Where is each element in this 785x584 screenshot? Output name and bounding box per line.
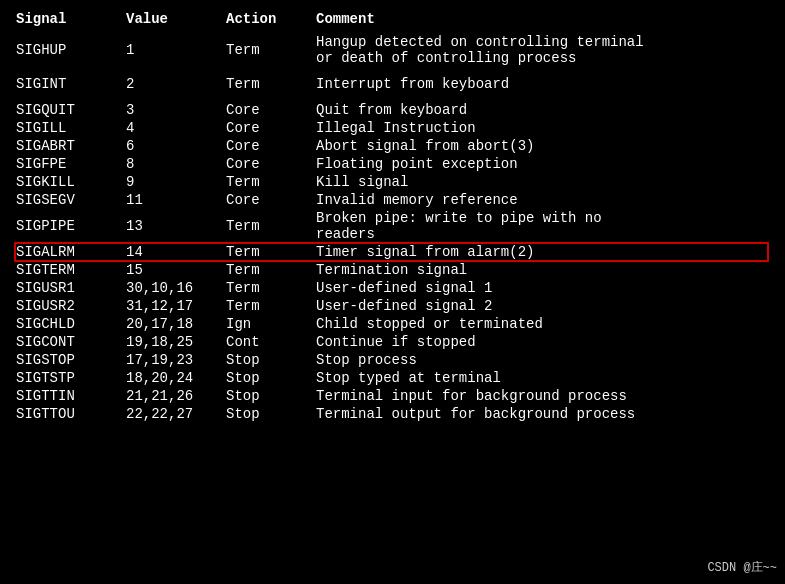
signal-action-sigusr1: Term: [226, 279, 316, 297]
signal-value-sigttou: 22,22,27: [126, 405, 226, 423]
table-row-sigquit: SIGQUIT3CoreQuit from keyboard: [16, 101, 769, 119]
signal-comment-sigquit: Quit from keyboard: [316, 101, 769, 119]
signal-name-sigquit: SIGQUIT: [16, 101, 126, 119]
signal-action-sigstop: Stop: [226, 351, 316, 369]
signal-action-sigkill: Term: [226, 173, 316, 191]
terminal-container: Signal Value Action Comment SIGHUP1TermH…: [0, 0, 785, 584]
signal-name-sigtstp: SIGTSTP: [16, 369, 126, 387]
signal-action-sigabrt: Core: [226, 137, 316, 155]
signal-name-sigpipe: SIGPIPE: [16, 209, 126, 243]
empty-spacer-row: [16, 67, 769, 75]
table-row-sigint: SIGINT2TermInterrupt from keyboard: [16, 75, 769, 93]
signal-comment-sigterm: Termination signal: [316, 261, 769, 279]
signal-comment-sigttou: Terminal output for background process: [316, 405, 769, 423]
signal-name-sigttin: SIGTTIN: [16, 387, 126, 405]
table-row-sigill: SIGILL4CoreIllegal Instruction: [16, 119, 769, 137]
signal-comment-sigpipe: Broken pipe: write to pipe with noreader…: [316, 209, 769, 243]
signal-comment-sigchld: Child stopped or terminated: [316, 315, 769, 333]
header-comment: Comment: [316, 10, 769, 33]
signal-action-sigterm: Term: [226, 261, 316, 279]
signal-action-sighup: Term: [226, 33, 316, 67]
signal-value-sigill: 4: [126, 119, 226, 137]
signal-name-sigterm: SIGTERM: [16, 261, 126, 279]
signal-action-sigusr2: Term: [226, 297, 316, 315]
signal-value-sigterm: 15: [126, 261, 226, 279]
signal-action-sigttin: Stop: [226, 387, 316, 405]
table-row-sigchld: SIGCHLD20,17,18IgnChild stopped or termi…: [16, 315, 769, 333]
signal-value-sigtstp: 18,20,24: [126, 369, 226, 387]
signal-value-sigpipe: 13: [126, 209, 226, 243]
signal-value-sigchld: 20,17,18: [126, 315, 226, 333]
signal-action-sigalrm: Term: [226, 243, 316, 261]
signal-comment-sigfpe: Floating point exception: [316, 155, 769, 173]
table-row-sigfpe: SIGFPE8CoreFloating point exception: [16, 155, 769, 173]
signal-name-sigint: SIGINT: [16, 75, 126, 93]
signal-action-sigpipe: Term: [226, 209, 316, 243]
table-row-sigttou: SIGTTOU22,22,27StopTerminal output for b…: [16, 405, 769, 423]
signal-value-sigkill: 9: [126, 173, 226, 191]
table-row-sigalrm: SIGALRM14TermTimer signal from alarm(2): [16, 243, 769, 261]
signal-name-sigusr1: SIGUSR1: [16, 279, 126, 297]
signal-value-sigusr1: 30,10,16: [126, 279, 226, 297]
signal-action-sigint: Term: [226, 75, 316, 93]
table-row-sighup: SIGHUP1TermHangup detected on controllin…: [16, 33, 769, 67]
signal-name-sigalrm: SIGALRM: [16, 243, 126, 261]
signal-comment-sigint: Interrupt from keyboard: [316, 75, 769, 93]
signal-value-sigsegv: 11: [126, 191, 226, 209]
table-row-sigabrt: SIGABRT6CoreAbort signal from abort(3): [16, 137, 769, 155]
table-header-row: Signal Value Action Comment: [16, 10, 769, 33]
table-row-sigusr2: SIGUSR231,12,17TermUser-defined signal 2: [16, 297, 769, 315]
table-row-sigstop: SIGSTOP17,19,23StopStop process: [16, 351, 769, 369]
signal-action-sigttou: Stop: [226, 405, 316, 423]
signal-name-sigcont: SIGCONT: [16, 333, 126, 351]
signal-value-sigusr2: 31,12,17: [126, 297, 226, 315]
signal-value-sigabrt: 6: [126, 137, 226, 155]
signal-name-sigkill: SIGKILL: [16, 173, 126, 191]
table-row-sigterm: SIGTERM15TermTermination signal: [16, 261, 769, 279]
table-row-sigkill: SIGKILL9TermKill signal: [16, 173, 769, 191]
signal-name-sigchld: SIGCHLD: [16, 315, 126, 333]
empty-spacer-row: [16, 93, 769, 101]
signal-value-sigttin: 21,21,26: [126, 387, 226, 405]
signal-value-sigalrm: 14: [126, 243, 226, 261]
signal-table: Signal Value Action Comment SIGHUP1TermH…: [16, 10, 769, 423]
signal-comment-sigusr2: User-defined signal 2: [316, 297, 769, 315]
signal-name-sigfpe: SIGFPE: [16, 155, 126, 173]
signal-comment-sighup: Hangup detected on controlling terminalo…: [316, 33, 769, 67]
signal-name-sigill: SIGILL: [16, 119, 126, 137]
signal-action-sigfpe: Core: [226, 155, 316, 173]
signal-name-sigstop: SIGSTOP: [16, 351, 126, 369]
signal-action-sigtstp: Stop: [226, 369, 316, 387]
signal-action-sigquit: Core: [226, 101, 316, 119]
signal-value-sighup: 1: [126, 33, 226, 67]
signal-comment-sigsegv: Invalid memory reference: [316, 191, 769, 209]
signal-comment-sigcont: Continue if stopped: [316, 333, 769, 351]
signal-value-sigquit: 3: [126, 101, 226, 119]
header-action: Action: [226, 10, 316, 33]
table-row-sigcont: SIGCONT19,18,25ContContinue if stopped: [16, 333, 769, 351]
watermark-text: CSDN @庄~~: [707, 559, 777, 576]
signal-value-sigfpe: 8: [126, 155, 226, 173]
signal-name-sigusr2: SIGUSR2: [16, 297, 126, 315]
table-row-sigpipe: SIGPIPE13TermBroken pipe: write to pipe …: [16, 209, 769, 243]
signal-value-sigint: 2: [126, 75, 226, 93]
signal-comment-sigabrt: Abort signal from abort(3): [316, 137, 769, 155]
signal-name-sighup: SIGHUP: [16, 33, 126, 67]
signal-action-sigchld: Ign: [226, 315, 316, 333]
signal-comment-sigusr1: User-defined signal 1: [316, 279, 769, 297]
signal-value-sigstop: 17,19,23: [126, 351, 226, 369]
signal-comment-sigstop: Stop process: [316, 351, 769, 369]
header-value: Value: [126, 10, 226, 33]
signal-name-sigsegv: SIGSEGV: [16, 191, 126, 209]
signal-value-sigcont: 19,18,25: [126, 333, 226, 351]
signal-comment-sigkill: Kill signal: [316, 173, 769, 191]
table-row-sigusr1: SIGUSR130,10,16TermUser-defined signal 1: [16, 279, 769, 297]
signal-action-sigsegv: Core: [226, 191, 316, 209]
table-row-sigttin: SIGTTIN21,21,26StopTerminal input for ba…: [16, 387, 769, 405]
table-row-sigtstp: SIGTSTP18,20,24StopStop typed at termina…: [16, 369, 769, 387]
signal-action-sigill: Core: [226, 119, 316, 137]
signal-comment-sigtstp: Stop typed at terminal: [316, 369, 769, 387]
table-row-sigsegv: SIGSEGV11CoreInvalid memory reference: [16, 191, 769, 209]
signal-comment-sigttin: Terminal input for background process: [316, 387, 769, 405]
signal-name-sigttou: SIGTTOU: [16, 405, 126, 423]
